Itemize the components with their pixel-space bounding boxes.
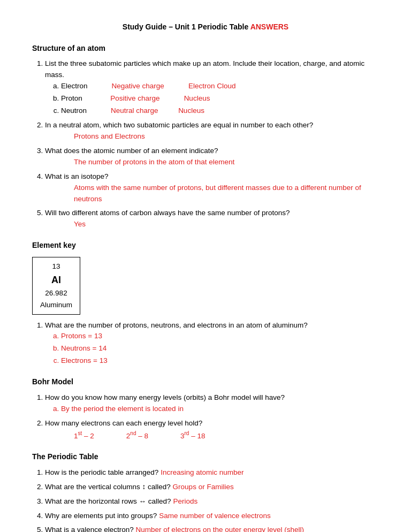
- pt-q3-answer: Periods: [173, 497, 197, 505]
- q1: List the three subatomic particles which…: [45, 58, 379, 117]
- q1-text: List the three subatomic particles which…: [45, 59, 364, 79]
- section4-header: The Periodic Table: [32, 451, 379, 463]
- pt-q3-text: What are the horizontal rows ↔ called?: [45, 497, 173, 505]
- element-name: Aluminum: [35, 299, 78, 311]
- section3-header: Bohr Model: [32, 376, 379, 388]
- proton-label: Proton: [61, 94, 82, 102]
- particle-electron: Electron Negative charge Electron Cloud: [61, 81, 379, 92]
- pt-q5-answer: Number of electrons on the outer energy …: [136, 526, 304, 532]
- pt-q1-answer: Increasing atomic number: [161, 468, 243, 476]
- section1-header: Structure of an atom: [32, 43, 379, 55]
- pt-q2-text: What are the vertical columns ↕ called?: [45, 483, 173, 491]
- bohr-q1: How do you know how many energy levels (…: [45, 392, 379, 415]
- proton-charge: Positive charge: [110, 94, 159, 102]
- pt-q2: What are the vertical columns ↕ called? …: [45, 482, 379, 493]
- particle-proton: Proton Positive charge Nucleus: [61, 93, 379, 104]
- pt-q1: How is the periodic table arranged? Incr…: [45, 467, 379, 478]
- electron-charge: Negative charge: [112, 82, 164, 90]
- bohr-level-2: 2nd – 8: [126, 429, 148, 442]
- electron-location: Electron Cloud: [188, 82, 236, 90]
- q5-answer: Yes: [74, 219, 379, 230]
- bohr-q1-answer: By the period the element is located in: [61, 404, 379, 415]
- title-main: Study Guide – Unit 1 Periodic Table: [123, 22, 250, 31]
- neutron-label: Neutron: [61, 107, 87, 115]
- bohr-q2-text: How many electrons can each energy level…: [45, 419, 202, 427]
- bohr-q1-text: How do you know how many energy levels (…: [45, 393, 285, 401]
- neutrons-answer: Neutrons = 14: [61, 343, 379, 354]
- q4-text: What is an isotope?: [45, 172, 109, 180]
- pt-q5: What is a valence electron? Number of el…: [45, 525, 379, 532]
- section2-header: Element key: [32, 240, 379, 252]
- element-q1-text: What are the number of protons, neutrons…: [45, 321, 308, 329]
- page-title: Study Guide – Unit 1 Periodic Table ANSW…: [32, 21, 379, 33]
- pt-q4-answer: Same number of valence electrons: [159, 512, 271, 520]
- proton-location: Nucleus: [184, 94, 210, 102]
- q1-particles: Electron Negative charge Electron Cloud …: [61, 81, 379, 117]
- bohr-level-3: 3rd – 18: [180, 429, 205, 442]
- pt-q3: What are the horizontal rows ↔ called? P…: [45, 496, 379, 507]
- element-key-box: 13 Al 26.982 Aluminum: [32, 257, 80, 315]
- title-answers: ANSWERS: [250, 22, 289, 31]
- bohr-level-1: 1st – 2: [74, 429, 94, 442]
- section3-list: How do you know how many energy levels (…: [45, 392, 379, 442]
- q3: What does the atomic number of an elemen…: [45, 146, 379, 168]
- atomic-number: 13: [35, 261, 78, 272]
- neutron-location: Nucleus: [178, 107, 204, 115]
- element-mass: 26.982: [35, 287, 78, 299]
- q2-text: In a neutral atom, which two subatomic p…: [45, 121, 313, 129]
- q3-answer: The number of protons in the atom of tha…: [74, 157, 379, 168]
- electrons-answer: Electrons = 13: [61, 355, 379, 367]
- q4: What is an isotope? Atoms with the same …: [45, 171, 379, 205]
- bohr-levels-row: 1st – 2 2nd – 8 3rd – 18: [74, 429, 379, 442]
- element-q1: What are the number of protons, neutrons…: [45, 320, 379, 367]
- pt-q1-text: How is the periodic table arranged?: [45, 468, 161, 476]
- q5-text: Will two different atoms of carbon alway…: [45, 209, 290, 217]
- bohr-q1-answer-a: By the period the element is located in: [61, 404, 379, 415]
- protons-answer: Protons = 13: [61, 331, 379, 342]
- section2-list: What are the number of protons, neutrons…: [45, 320, 379, 367]
- electron-label: Electron: [61, 82, 88, 90]
- particle-neutron: Neutron Neutral charge Nucleus: [61, 105, 379, 117]
- pt-q5-text: What is a valence electron?: [45, 526, 136, 532]
- pt-q2-answer: Groups or Families: [173, 483, 234, 491]
- neutron-charge: Neutral charge: [111, 107, 158, 115]
- section1-list: List the three subatomic particles which…: [45, 58, 379, 230]
- section4-list: How is the periodic table arranged? Incr…: [45, 467, 379, 532]
- q4-answer: Atoms with the same number of protons, b…: [74, 183, 379, 205]
- pt-q4-text: Why are elements put into groups?: [45, 512, 159, 520]
- q3-text: What does the atomic number of an elemen…: [45, 147, 218, 155]
- bohr-q2: How many electrons can each energy level…: [45, 418, 379, 442]
- element-q1-answers: Protons = 13 Neutrons = 14 Electrons = 1…: [61, 331, 379, 367]
- q2: In a neutral atom, which two subatomic p…: [45, 120, 379, 142]
- element-symbol: Al: [35, 272, 78, 288]
- q5: Will two different atoms of carbon alway…: [45, 208, 379, 230]
- pt-q4: Why are elements put into groups? Same n…: [45, 511, 379, 522]
- q2-answer: Protons and Electrons: [74, 131, 379, 142]
